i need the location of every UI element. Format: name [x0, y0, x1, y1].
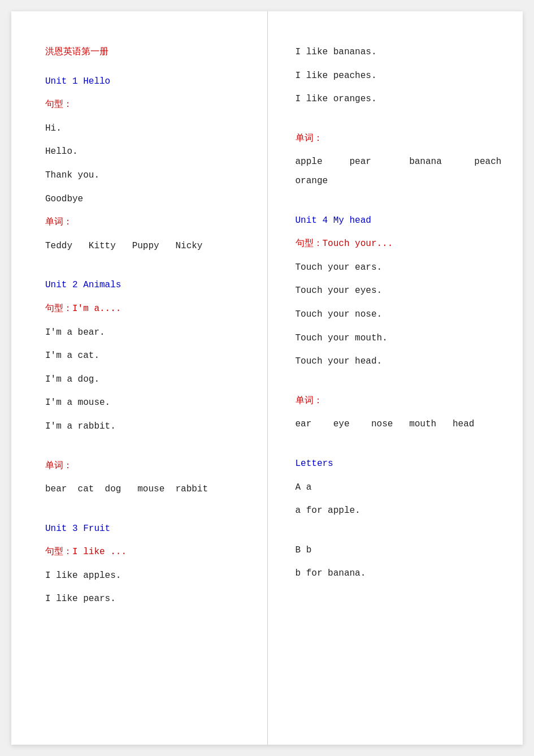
content-line: I'm a dog. — [45, 373, 245, 387]
spacer-sm — [45, 391, 245, 396]
spacer-sm — [45, 117, 245, 122]
content-line: I like oranges. — [296, 92, 501, 107]
spacer-sm — [296, 499, 501, 504]
chinese-text: 句型：I'm a.... — [45, 302, 245, 317]
page: 洪恩英语第一册Unit 1 Hello句型：Hi.Hello.Thank you… — [11, 11, 523, 745]
content-line: I'm a mouse. — [45, 396, 245, 411]
content-line: Thank you. — [45, 169, 245, 183]
spacer — [45, 449, 245, 459]
chinese-text: 单词： — [45, 215, 245, 230]
spacer — [296, 523, 501, 533]
spacer-sm — [45, 415, 245, 420]
spacer-sm — [45, 140, 245, 145]
chinese-text: 单词： — [45, 459, 245, 474]
content-line: A a — [296, 481, 501, 495]
content-line: Goodbye — [45, 192, 245, 207]
content-line: I'm a rabbit. — [45, 420, 245, 434]
spacer-sm — [296, 350, 501, 355]
content-line: Touch your head. — [296, 355, 501, 369]
unit-heading: Letters — [296, 457, 501, 472]
spacer — [296, 384, 501, 394]
spacer — [296, 437, 501, 447]
spacer — [296, 374, 501, 384]
content-line: a for apple. — [296, 504, 501, 519]
content-line: Touch your eyes. — [296, 284, 501, 299]
column-divider — [267, 11, 268, 745]
content-line: I'm a cat. — [45, 349, 245, 364]
content-line: I like peaches. — [296, 69, 501, 84]
spacer — [45, 268, 245, 278]
spacer-sm — [45, 235, 245, 239]
spacer-sm — [296, 232, 501, 237]
spacer — [45, 64, 245, 75]
chinese-text: 句型： — [45, 98, 245, 113]
unit-heading: Unit 3 Fruit — [45, 522, 245, 537]
unit-heading: Unit 4 My head — [296, 214, 501, 228]
spacer — [45, 439, 245, 449]
content-line: B b — [296, 543, 501, 558]
unit-heading: Unit 2 Animals — [45, 278, 245, 293]
spacer-sm — [45, 321, 245, 326]
content-line: I like pears. — [45, 592, 245, 607]
spacer-sm — [296, 279, 501, 284]
left-column: 洪恩英语第一册Unit 1 Hello句型：Hi.Hello.Thank you… — [11, 11, 267, 745]
spacer-sm — [45, 211, 245, 215]
content-line: orange — [296, 174, 501, 189]
spacer-sm — [296, 303, 501, 308]
spacer-sm — [45, 344, 245, 349]
content-line: I like bananas. — [296, 45, 501, 60]
spacer — [296, 204, 501, 214]
spacer — [296, 193, 501, 204]
spacer-sm — [296, 150, 501, 155]
spacer-sm — [296, 88, 501, 92]
content-line: Hello. — [45, 145, 245, 159]
spacer-sm — [45, 297, 245, 302]
spacer-sm — [45, 478, 245, 482]
spacer — [296, 122, 501, 132]
spacer-sm — [45, 541, 245, 545]
spacer-sm — [296, 256, 501, 261]
spacer — [296, 111, 501, 122]
content-line: Touch your ears. — [296, 261, 501, 275]
chinese-text: 单词： — [296, 132, 501, 146]
spacer-sm — [296, 476, 501, 481]
spacer-sm — [45, 368, 245, 373]
chinese-text: 洪恩英语第一册 — [45, 45, 245, 60]
content-line: apple pear banana peach — [296, 155, 501, 170]
spacer — [45, 502, 245, 512]
spacer-sm — [45, 93, 245, 98]
spacer-sm — [45, 164, 245, 169]
spacer-sm — [296, 327, 501, 331]
spacer — [45, 512, 245, 522]
spacer-sm — [296, 413, 501, 417]
spacer — [296, 533, 501, 543]
spacer — [296, 447, 501, 457]
content-line: b for banana. — [296, 567, 501, 581]
chinese-text: 句型：Touch your... — [296, 237, 501, 252]
content-line: Touch your nose. — [296, 308, 501, 322]
chinese-text: 单词： — [296, 394, 501, 409]
content-line: bear cat dog mouse rabbit — [45, 482, 245, 497]
content-line: I like apples. — [45, 569, 245, 584]
spacer-sm — [45, 564, 245, 569]
content-line: Teddy Kitty Puppy Nicky — [45, 239, 245, 254]
chinese-text: 句型：I like ... — [45, 545, 245, 560]
spacer-sm — [45, 188, 245, 192]
content-line: Hi. — [45, 122, 245, 136]
spacer-sm — [296, 562, 501, 567]
spacer — [45, 258, 245, 268]
spacer-sm — [45, 587, 245, 592]
content-line: I'm a bear. — [45, 326, 245, 340]
right-column: I like bananas.I like peaches.I like ora… — [267, 11, 523, 745]
unit-heading: Unit 1 Hello — [45, 75, 245, 89]
content-line: Touch your mouth. — [296, 331, 501, 346]
spacer-sm — [296, 64, 501, 69]
content-line: ear eye nose mouth head — [296, 417, 501, 432]
